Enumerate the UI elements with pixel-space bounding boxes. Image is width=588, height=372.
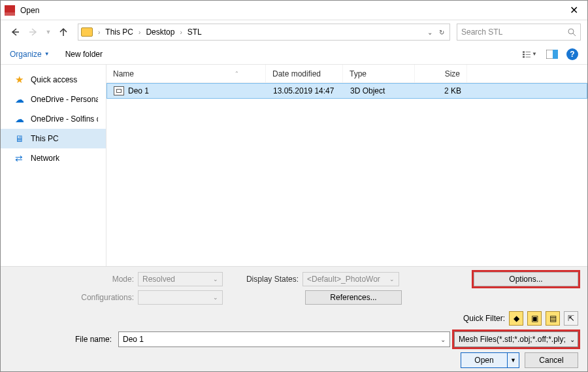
- quick-filter-parts[interactable]: ◆: [509, 311, 523, 326]
- mode-value: Resolved: [142, 275, 175, 284]
- open-dropdown[interactable]: ▼: [508, 352, 519, 368]
- cancel-button[interactable]: Cancel: [525, 352, 578, 368]
- organize-label: Organize: [10, 50, 42, 59]
- preview-pane-button[interactable]: [544, 48, 560, 61]
- configurations-label: Configurations:: [10, 293, 134, 302]
- chevron-down-icon: ⌄: [213, 294, 218, 301]
- file-name-input[interactable]: Deo 1 ⌄: [118, 331, 450, 347]
- recent-dropdown[interactable]: ▼: [44, 24, 53, 40]
- breadcrumb-item[interactable]: STL: [188, 27, 202, 37]
- file-date: 13.05.2019 14:47: [267, 86, 344, 95]
- sidebar-item-label: OneDrive - Personal: [31, 95, 98, 104]
- quick-filter: Quick Filter: ◆ ▣ ▤ ⇱: [463, 311, 578, 326]
- svg-line-4: [573, 33, 576, 36]
- svg-rect-6: [526, 52, 531, 52]
- column-label: Name: [113, 69, 134, 78]
- toolbar: Organize ▼ New folder ▼ ?: [1, 44, 587, 65]
- file-type: 3D Object: [344, 86, 416, 95]
- sidebar: ★ Quick access ☁ OneDrive - Personal ☁ O…: [1, 65, 106, 266]
- sidebar-item-onedrive-solfins[interactable]: ☁ OneDrive - Solfins d.c: [1, 109, 106, 129]
- sidebar-item-quick-access[interactable]: ★ Quick access: [1, 70, 106, 90]
- svg-rect-12: [553, 50, 558, 59]
- open-button[interactable]: Open: [461, 352, 508, 368]
- forward-button[interactable]: [25, 24, 41, 40]
- quick-filter-assemblies[interactable]: ▣: [527, 311, 542, 326]
- organize-menu[interactable]: Organize ▼: [10, 50, 50, 59]
- folder-icon: [81, 27, 93, 37]
- quick-filter-top-level[interactable]: ⇱: [564, 311, 578, 326]
- sidebar-item-label: Network: [31, 154, 59, 163]
- options-button[interactable]: Options...: [474, 272, 578, 286]
- file-size: 2 KB: [416, 86, 468, 95]
- nav-row: ▼ › This PC › Desktop › STL ⌄ ↻ Search S…: [1, 20, 587, 44]
- open-split-button: Open ▼: [461, 352, 519, 368]
- file-list: Name ⌃ Date modified Type Size Deo 1 13.…: [106, 65, 587, 266]
- search-placeholder: Search STL: [461, 27, 502, 37]
- network-icon: ⇄: [15, 153, 25, 163]
- display-states-value: <Default>_PhotoWor: [307, 275, 380, 284]
- cloud-icon: ☁: [15, 94, 25, 105]
- search-icon: [567, 27, 576, 37]
- svg-rect-9: [523, 56, 525, 58]
- file-type-value: Mesh Files(*.stl;*.obj;*.off;*.ply;: [459, 335, 566, 344]
- app-icon: [5, 5, 15, 16]
- cloud-icon: ☁: [15, 114, 25, 124]
- svg-rect-8: [526, 54, 531, 55]
- mode-label: Mode:: [10, 275, 134, 284]
- quick-filter-label: Quick Filter:: [463, 314, 505, 323]
- breadcrumb-item[interactable]: This PC: [105, 27, 133, 37]
- refresh-button[interactable]: ↻: [436, 29, 447, 36]
- sidebar-item-label: OneDrive - Solfins d.c: [31, 114, 98, 124]
- quick-filter-drawings[interactable]: ▤: [546, 311, 560, 326]
- sidebar-item-this-pc[interactable]: 🖥 This PC: [1, 129, 106, 148]
- file-name-value: Deo 1: [123, 335, 144, 344]
- main-area: ★ Quick access ☁ OneDrive - Personal ☁ O…: [1, 65, 587, 266]
- back-button[interactable]: [7, 24, 23, 40]
- svg-rect-10: [526, 56, 531, 57]
- mode-select[interactable]: Resolved ⌄: [138, 272, 223, 286]
- display-states-label: Display States:: [233, 275, 299, 284]
- address-dropdown[interactable]: ⌄: [425, 29, 435, 36]
- svg-point-3: [568, 29, 574, 34]
- help-button[interactable]: ?: [566, 48, 578, 60]
- file-name-cell: Deo 1: [107, 86, 267, 95]
- chevron-right-icon: ›: [98, 29, 100, 36]
- column-date[interactable]: Date modified: [266, 65, 343, 82]
- file-name-label: File name:: [10, 335, 114, 344]
- file-row[interactable]: Deo 1 13.05.2019 14:47 3D Object 2 KB: [106, 83, 587, 99]
- column-name[interactable]: Name ⌃: [106, 65, 266, 82]
- lower-panel: Mode: Resolved ⌄ Display States: <Defaul…: [1, 266, 587, 371]
- chevron-down-icon: ⌄: [213, 276, 218, 282]
- column-headers: Name ⌃ Date modified Type Size: [106, 65, 587, 83]
- column-type[interactable]: Type: [343, 65, 415, 82]
- view-mode-button[interactable]: ▼: [522, 48, 538, 61]
- titlebar: Open ✕: [1, 1, 587, 20]
- chevron-down-icon: ⌄: [389, 276, 395, 282]
- sort-indicator-icon: ⌃: [235, 71, 259, 76]
- display-states-select[interactable]: <Default>_PhotoWor ⌄: [302, 272, 399, 286]
- file-icon: [114, 86, 124, 95]
- file-name: Deo 1: [128, 86, 149, 95]
- configurations-select[interactable]: ⌄: [138, 290, 223, 305]
- chevron-right-icon: ›: [139, 29, 140, 36]
- new-folder-button[interactable]: New folder: [65, 50, 103, 59]
- svg-rect-7: [523, 54, 525, 55]
- star-icon: ★: [15, 75, 25, 85]
- chevron-down-icon: ▼: [44, 51, 50, 57]
- chevron-right-icon: ›: [180, 29, 182, 36]
- up-button[interactable]: [56, 24, 71, 40]
- file-type-select[interactable]: Mesh Files(*.stl;*.obj;*.off;*.ply; ⌄: [454, 331, 578, 347]
- svg-rect-5: [523, 51, 525, 52]
- references-button[interactable]: References...: [305, 290, 402, 305]
- close-button[interactable]: ✕: [564, 4, 583, 16]
- sidebar-item-label: This PC: [31, 134, 59, 143]
- column-size[interactable]: Size: [415, 65, 467, 82]
- window-title: Open: [20, 6, 39, 15]
- sidebar-item-onedrive-personal[interactable]: ☁ OneDrive - Personal: [1, 90, 106, 109]
- search-input[interactable]: Search STL: [457, 24, 581, 41]
- address-bar[interactable]: › This PC › Desktop › STL ⌄ ↻: [78, 24, 450, 41]
- sidebar-item-label: Quick access: [31, 75, 77, 84]
- sidebar-item-network[interactable]: ⇄ Network: [1, 148, 106, 168]
- breadcrumb-item[interactable]: Desktop: [146, 27, 174, 37]
- breadcrumb[interactable]: This PC › Desktop › STL: [105, 27, 201, 37]
